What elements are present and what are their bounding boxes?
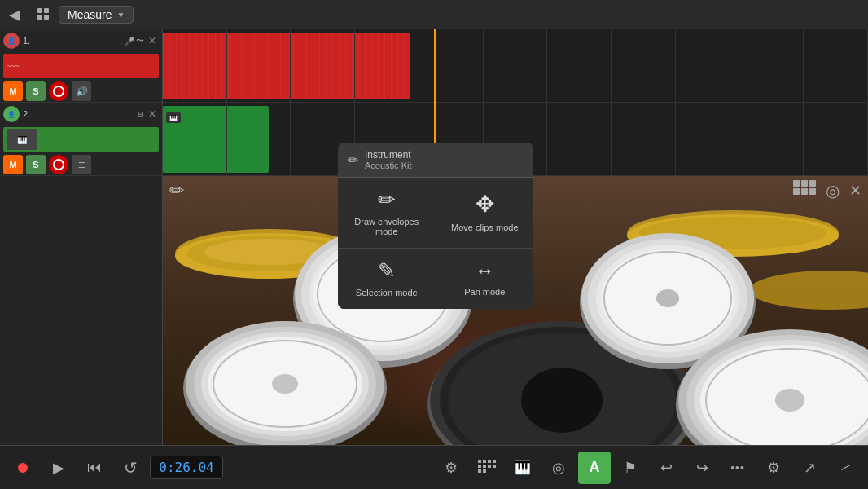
track-2-solo-button[interactable]: S	[26, 155, 46, 174]
selection-label: Selection mode	[356, 288, 418, 297]
more-button[interactable]: •••	[721, 452, 754, 484]
popup-instrument-label: Instrument	[365, 149, 411, 161]
draw-envelopes-label: Draw envelopes mode	[346, 217, 427, 236]
svg-point-30	[656, 289, 679, 307]
svg-rect-3	[44, 15, 49, 20]
active-mode-button[interactable]: A	[578, 452, 611, 484]
view-controls: ◎ ✕	[793, 180, 861, 201]
loop-button[interactable]: ↺	[114, 452, 147, 484]
play-button[interactable]: ▶	[42, 452, 75, 484]
svg-rect-2	[37, 15, 42, 20]
pattern-button[interactable]	[471, 452, 503, 484]
selection-mode-button[interactable]: ✎ Selection mode	[338, 249, 436, 309]
settings-icon: ⚙	[767, 459, 780, 477]
grid-view-button[interactable]	[793, 180, 816, 201]
svg-rect-52	[483, 460, 486, 463]
svg-rect-45	[793, 180, 800, 187]
share-icon: ↗	[804, 459, 816, 477]
svg-rect-59	[478, 469, 481, 473]
track-2-close-button[interactable]: ✕	[146, 108, 159, 121]
record-dot-icon	[18, 463, 28, 473]
bowl-icon-btn: ◎	[552, 459, 565, 477]
track-1-solo-button[interactable]: S	[26, 82, 46, 101]
track-2-mute-button[interactable]: M	[3, 155, 23, 174]
redo-button[interactable]: ↪	[686, 452, 718, 484]
selection-icon: ✎	[378, 260, 396, 281]
track-1: 👤 1. 🎤 〜 ✕ ~~~ M S 🔊	[0, 29, 162, 103]
track-2-avatar: 👤	[3, 106, 20, 122]
extra-button[interactable]: /	[829, 452, 861, 484]
close-panel-button[interactable]: ✕	[849, 182, 861, 200]
track-1-mic-icon: 🎤	[125, 37, 134, 46]
share-button[interactable]: ↗	[793, 452, 826, 484]
svg-point-11	[749, 271, 868, 310]
track-1-wave-display: ~~~	[7, 62, 20, 70]
track-1-name: 1.	[23, 36, 121, 46]
track-2-record-button[interactable]	[49, 155, 68, 174]
track-2-clip[interactable]: 🎹	[163, 106, 269, 173]
move-clips-mode-button[interactable]: ✥ Move clips mode	[436, 178, 534, 248]
track-2-lines-icon: ⊟	[138, 110, 144, 118]
grid-toggle-button[interactable]	[29, 0, 59, 29]
svg-rect-47	[809, 180, 816, 187]
draw-tool-button[interactable]: ✏	[169, 180, 184, 201]
flag-button[interactable]: ⚑	[614, 452, 647, 484]
top-bar: ◀ Measure ▼	[0, 0, 868, 29]
skip-back-icon: ⏮	[87, 459, 102, 476]
svg-rect-50	[809, 188, 816, 195]
track-2-name: 2.	[23, 109, 134, 119]
active-icon: A	[590, 459, 600, 476]
back-button[interactable]: ◀	[0, 0, 29, 29]
bowl-icon[interactable]: ◎	[826, 181, 840, 200]
svg-rect-48	[793, 188, 800, 195]
bowl-button[interactable]: ◎	[542, 452, 575, 484]
move-clips-label: Move clips mode	[451, 222, 519, 232]
play-icon: ▶	[53, 459, 64, 477]
extra-icon: /	[839, 461, 852, 474]
svg-point-44	[775, 389, 804, 412]
svg-rect-49	[801, 188, 808, 195]
svg-rect-0	[37, 8, 42, 13]
track-1-speaker-button[interactable]: 🔊	[72, 82, 91, 101]
svg-rect-54	[493, 460, 496, 463]
skip-back-button[interactable]: ⏮	[78, 452, 111, 484]
draw-envelopes-icon: ✏	[378, 189, 396, 210]
pan-icon: ↔	[475, 261, 494, 280]
svg-rect-51	[478, 460, 481, 463]
time-display: 0:26.04	[150, 456, 223, 479]
svg-point-37	[272, 374, 298, 394]
undo-icon: ↩	[660, 459, 673, 477]
svg-rect-58	[493, 465, 496, 468]
pattern-icon	[478, 460, 496, 476]
svg-rect-56	[483, 465, 486, 468]
popup-header: ✏ Instrument Acoustic Kit	[338, 143, 533, 178]
record-button[interactable]	[7, 452, 39, 484]
track-1-clip[interactable]	[163, 33, 410, 99]
svg-point-23	[521, 368, 603, 433]
svg-rect-53	[488, 460, 491, 463]
svg-rect-46	[801, 180, 808, 187]
settings-button[interactable]: ⚙	[757, 452, 790, 484]
track-1-mute-button[interactable]: M	[3, 82, 23, 101]
title-dropdown[interactable]: Measure ▼	[59, 6, 134, 24]
pan-mode-button[interactable]: ↔ Pan mode	[436, 249, 534, 309]
popup-kit-label: Acoustic Kit	[365, 161, 411, 170]
move-clips-icon: ✥	[476, 193, 494, 216]
pan-label: Pan mode	[464, 287, 505, 297]
draw-envelopes-mode-button[interactable]: ✏ Draw envelopes mode	[338, 178, 436, 248]
track-1-record-button[interactable]	[49, 82, 68, 101]
piano-button[interactable]: 🎹	[506, 452, 539, 484]
mode-selection-popup: ✏ Instrument Acoustic Kit ✏ Draw envelop…	[338, 143, 533, 309]
track-1-avatar: 👤	[3, 33, 20, 49]
track-2-settings-button[interactable]: ☰	[72, 155, 91, 174]
mixer-button[interactable]: ⚙	[435, 452, 467, 484]
track-2-header: 👤 2. ⊟ ✕	[0, 103, 162, 126]
redo-icon: ↪	[696, 459, 708, 477]
svg-rect-55	[478, 465, 481, 468]
undo-button[interactable]: ↩	[650, 452, 682, 484]
track-1-close-button[interactable]: ✕	[146, 34, 159, 47]
popup-header-icon: ✏	[348, 152, 358, 168]
svg-rect-57	[488, 465, 491, 468]
more-icon: •••	[730, 461, 745, 474]
loop-icon: ↺	[124, 458, 138, 478]
